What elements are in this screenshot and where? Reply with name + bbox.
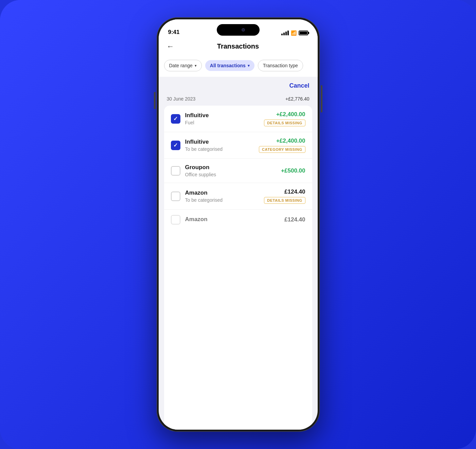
status-badge: DETAILS MISSING (264, 197, 305, 204)
transaction-name: Groupon (185, 164, 277, 171)
transaction-info: Amazon To be categorised (185, 190, 260, 203)
transaction-amount: +£2,400.00 (276, 111, 305, 118)
cancel-bar: Cancel (159, 77, 318, 93)
transaction-info: Groupon Office supplies (185, 164, 277, 177)
checkbox-2[interactable]: ✓ (171, 141, 180, 150)
table-row[interactable]: ✓ Influitive Fuel +£2,400.00 DETAILS MIS… (164, 106, 312, 132)
filter-date-range[interactable]: Date range ▾ (164, 60, 202, 71)
transaction-amount: +£2,400.00 (276, 138, 305, 144)
transaction-info: Influitive To be categorised (185, 139, 254, 152)
transaction-sub: Office supplies (185, 172, 277, 177)
transaction-info: Amazon (185, 216, 280, 224)
chevron-down-icon: ▾ (248, 64, 250, 68)
camera (242, 28, 245, 32)
checkbox-4[interactable] (171, 192, 180, 201)
table-row[interactable]: Amazon To be categorised £124.40 DETAILS… (164, 183, 312, 210)
transaction-name: Amazon (185, 216, 280, 223)
dynamic-island (217, 24, 260, 36)
cancel-button[interactable]: Cancel (289, 82, 309, 89)
transaction-sub: To be categorised (185, 197, 260, 203)
transaction-sub: To be categorised (185, 146, 254, 152)
date-label: 30 June 2023 (167, 96, 196, 102)
transaction-right: +£500.00 (281, 167, 305, 174)
transaction-right: +£2,400.00 CATEGORY MISSING (259, 138, 305, 153)
checkbox-3[interactable] (171, 166, 180, 176)
table-row[interactable]: Groupon Office supplies +£500.00 (164, 159, 312, 183)
transaction-sub: Fuel (185, 120, 260, 125)
checkmark-icon: ✓ (173, 142, 178, 148)
transaction-info: Influitive Fuel (185, 112, 260, 125)
date-amount: +£2,776.40 (285, 96, 309, 102)
nav-header: ← Transactions (159, 38, 318, 56)
transactions-list: ✓ Influitive Fuel +£2,400.00 DETAILS MIS… (164, 106, 312, 430)
checkbox-5[interactable] (171, 215, 180, 224)
status-icons: 📶 (281, 30, 308, 36)
transaction-name: Influitive (185, 139, 254, 145)
transaction-amount: £124.40 (284, 216, 305, 223)
signal-icon (281, 31, 289, 35)
transaction-name: Influitive (185, 112, 260, 119)
table-row[interactable]: ✓ Influitive To be categorised +£2,400.0… (164, 132, 312, 159)
filter-all-transactions[interactable]: All transactions ▾ (205, 60, 254, 71)
transaction-amount: +£500.00 (281, 167, 305, 174)
transaction-right: £124.40 (284, 216, 305, 223)
transaction-right: £124.40 DETAILS MISSING (264, 188, 305, 204)
transaction-right: +£2,400.00 DETAILS MISSING (264, 111, 305, 126)
chevron-down-icon: ▾ (195, 64, 197, 68)
date-section-header: 30 June 2023 +£2,776.40 (159, 93, 318, 106)
page-title: Transactions (217, 42, 259, 50)
status-badge: DETAILS MISSING (264, 120, 305, 126)
transaction-name: Amazon (185, 190, 260, 196)
transaction-amount: £124.40 (284, 188, 305, 195)
battery-icon (299, 31, 308, 35)
back-button[interactable]: ← (167, 42, 174, 51)
checkbox-1[interactable]: ✓ (171, 114, 180, 124)
status-badge: CATEGORY MISSING (259, 146, 305, 153)
filter-transaction-type[interactable]: Transaction type (258, 60, 303, 71)
filter-bar: Date range ▾ All transactions ▾ Transact… (159, 56, 318, 77)
checkmark-icon: ✓ (173, 115, 178, 122)
content-area: Cancel 30 June 2023 +£2,776.40 ✓ (159, 77, 318, 430)
wifi-icon: 📶 (291, 30, 297, 36)
table-row[interactable]: Amazon £124.40 (164, 210, 312, 227)
status-time: 9:41 (168, 29, 180, 36)
